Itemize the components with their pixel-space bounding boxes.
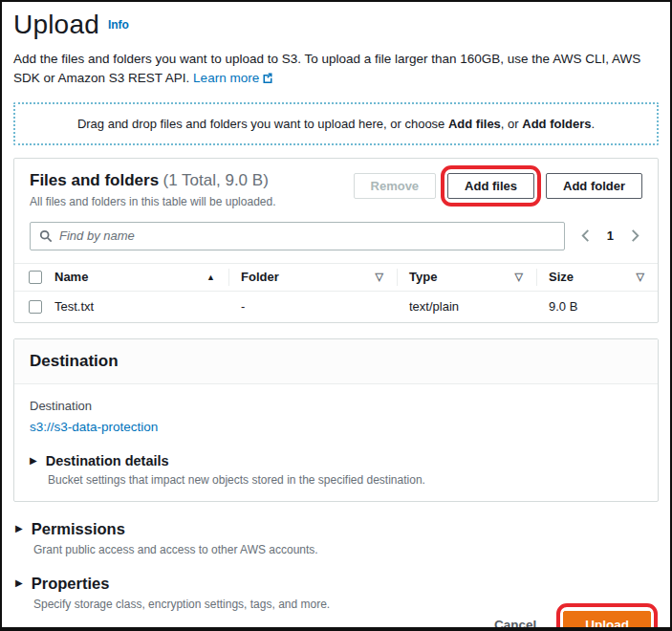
upload-button[interactable]: Upload: [563, 611, 651, 631]
expand-arrow-icon: ▶: [15, 578, 23, 588]
files-actions: Remove Add files Add folder: [354, 171, 642, 199]
dropzone-text: Drag and drop files and folders you want…: [77, 117, 448, 131]
column-header-name[interactable]: Name: [54, 270, 88, 284]
files-panel-subtitle: All files and folders in this table will…: [30, 195, 275, 208]
row-checkbox[interactable]: [29, 300, 42, 314]
page-title: Upload: [13, 10, 99, 39]
expand-arrow-icon: ▶: [30, 456, 37, 466]
search-icon: [39, 229, 53, 243]
info-link[interactable]: Info: [108, 18, 129, 32]
properties-description: Specify storage class, encryption settin…: [33, 598, 659, 611]
permissions-title: Permissions: [32, 520, 125, 538]
destination-label: Destination: [30, 399, 642, 413]
files-and-folders-panel: Files and folders (1 Total, 9.0 B) All f…: [13, 158, 659, 323]
destination-details-title: Destination details: [46, 453, 169, 468]
add-folder-button[interactable]: Add folder: [546, 173, 642, 199]
destination-panel: Destination Destination s3://s3-data-pro…: [13, 338, 659, 502]
select-all-checkbox[interactable]: [29, 271, 42, 284]
dropzone-text-suffix: .: [592, 117, 596, 131]
properties-expander[interactable]: ▶ Properties: [15, 575, 659, 593]
permissions-section: ▶ Permissions Grant public access and ac…: [13, 520, 659, 556]
pagination: 1: [578, 228, 642, 244]
column-header-folder[interactable]: Folder: [241, 270, 279, 284]
cancel-button[interactable]: Cancel: [494, 618, 536, 631]
sort-inactive-icon[interactable]: ▽: [376, 271, 383, 283]
search-input[interactable]: [59, 228, 555, 243]
permissions-description: Grant public access and access to other …: [33, 543, 659, 556]
permissions-expander[interactable]: ▶ Permissions: [15, 520, 659, 538]
current-page-number[interactable]: 1: [607, 228, 614, 243]
cell-type: text/plain: [397, 299, 536, 314]
table-header-row: Name ▲ Folder ▽ Type ▽ Size ▽: [14, 263, 658, 292]
page-header: UploadInfo: [13, 10, 659, 40]
destination-details-description: Bucket settings that impact new objects …: [48, 473, 642, 487]
column-header-size[interactable]: Size: [549, 270, 574, 284]
chevron-right-icon[interactable]: [628, 228, 642, 244]
footer-actions: Cancel Upload: [13, 611, 659, 631]
cell-folder: -: [228, 299, 397, 314]
page-description: Add the files and folders you want to up…: [13, 50, 659, 90]
cell-file-name: Test.txt: [54, 299, 228, 314]
add-files-button[interactable]: Add files: [447, 173, 534, 199]
learn-more-link[interactable]: Learn more: [193, 71, 259, 85]
files-panel-title: Files and folders: [30, 171, 159, 189]
dropzone-add-files-label: Add files: [448, 117, 501, 131]
destination-panel-title: Destination: [14, 339, 658, 384]
sort-inactive-icon[interactable]: ▽: [515, 271, 523, 283]
files-count-summary: (1 Total, 9.0 B): [163, 171, 269, 189]
chevron-left-icon[interactable]: [578, 228, 593, 244]
files-table: Name ▲ Folder ▽ Type ▽ Size ▽ Test.txt -…: [14, 263, 658, 322]
column-header-type[interactable]: Type: [409, 270, 437, 284]
destination-details-expander[interactable]: ▶ Destination details: [30, 453, 642, 468]
external-link-icon: [262, 70, 273, 89]
sort-inactive-icon[interactable]: ▽: [637, 271, 644, 283]
dropzone-add-folders-label: Add folders: [522, 117, 591, 131]
dropzone-text-middle: , or: [501, 117, 522, 131]
properties-title: Properties: [32, 575, 110, 593]
sort-ascending-icon[interactable]: ▲: [206, 272, 215, 282]
description-text: Add the files and folders you want to up…: [13, 52, 640, 85]
remove-button: Remove: [354, 173, 437, 199]
cell-size: 9.0 B: [536, 299, 658, 314]
files-panel-heading: Files and folders (1 Total, 9.0 B) All f…: [30, 171, 275, 208]
drag-drop-zone[interactable]: Drag and drop files and folders you want…: [13, 102, 659, 145]
search-box: [30, 222, 565, 250]
properties-section: ▶ Properties Specify storage class, encr…: [13, 575, 659, 611]
table-row: Test.txt - text/plain 9.0 B: [14, 292, 658, 322]
expand-arrow-icon: ▶: [15, 524, 23, 533]
destination-bucket-link[interactable]: s3://s3-data-protection: [30, 420, 158, 434]
